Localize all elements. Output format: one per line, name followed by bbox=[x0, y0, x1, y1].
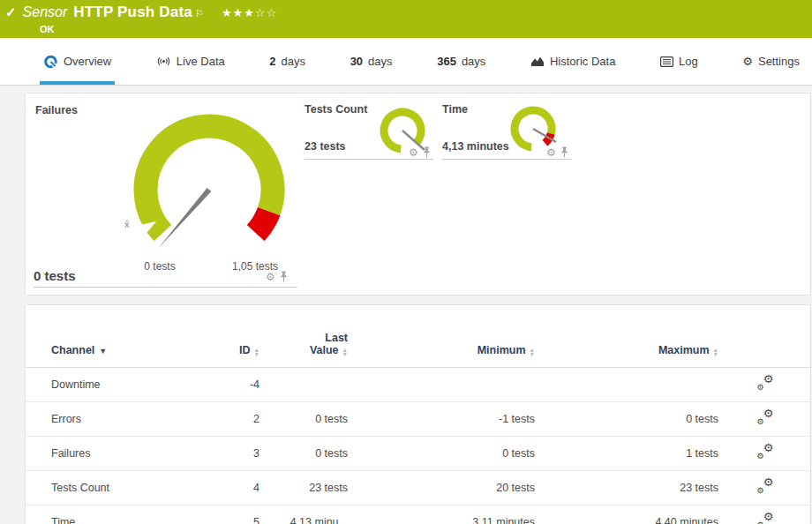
channel-settings-gear-icon[interactable]: ⚙ bbox=[409, 147, 418, 158]
channel-id: 3 bbox=[202, 437, 259, 471]
channel-maximum: 4,40 minutes bbox=[535, 505, 718, 524]
gauge-needle bbox=[158, 188, 211, 249]
area-chart-icon bbox=[530, 56, 545, 67]
tests-count-block-divider bbox=[304, 159, 433, 160]
column-header-actions bbox=[718, 305, 812, 368]
gauges-panel: Failures x̄ 0 tests 1,05 tests 0 tests ⚙… bbox=[25, 93, 811, 296]
channel-last-value: 0 tests bbox=[259, 437, 348, 471]
channel-table-panel: Channel▼ ID▲▼ Last Value▲▼ Minimum▲▼ Max… bbox=[25, 304, 811, 524]
column-header-channel[interactable]: Channel▼ bbox=[26, 305, 202, 368]
table-row-downtime: Downtime -4 ⚙⚙ bbox=[26, 368, 812, 402]
channel-maximum: 0 tests bbox=[535, 402, 718, 437]
channel-minimum: 20 tests bbox=[348, 471, 535, 505]
failures-block-actions: ⚙ bbox=[266, 271, 288, 282]
sort-icon: ▲▼ bbox=[254, 348, 259, 356]
table-row-failures: Failures 3 0 tests 0 tests 1 tests ⚙⚙ bbox=[26, 437, 812, 471]
sort-icon: ▲▼ bbox=[342, 348, 348, 356]
pin-icon[interactable] bbox=[423, 146, 431, 158]
tab-365-days[interactable]: 365 days bbox=[433, 38, 489, 85]
time-block-divider bbox=[442, 159, 571, 160]
sort-icon: ▲▼ bbox=[530, 348, 535, 356]
channel-settings-gear-icon[interactable]: ⚙ bbox=[546, 147, 556, 158]
time-gauge-title: Time bbox=[442, 103, 468, 116]
sort-icon: ▲▼ bbox=[713, 348, 718, 356]
channel-maximum bbox=[535, 368, 718, 402]
tab-historic-data[interactable]: Historic Data bbox=[527, 38, 619, 85]
pin-icon[interactable] bbox=[280, 271, 288, 282]
sensor-status-bar: ✓ Sensor HTTP Push Data ⚐ ★★★☆☆ OK bbox=[0, 0, 812, 38]
channel-last-value: 0 tests bbox=[259, 402, 348, 437]
failures-gauge bbox=[117, 104, 302, 263]
time-current-value: 4,13 minutes bbox=[442, 140, 509, 153]
channel-minimum: 0 tests bbox=[348, 437, 535, 471]
tests-count-gauge-title: Tests Count bbox=[304, 103, 367, 116]
channel-minimum bbox=[348, 368, 535, 402]
channel-last-value bbox=[259, 368, 348, 402]
channel-last-value: 23 tests bbox=[259, 471, 348, 505]
average-marker-label: x̄ bbox=[124, 219, 130, 229]
column-header-maximum[interactable]: Maximum▲▼ bbox=[535, 305, 718, 368]
channel-last-value: 4,13 minu... bbox=[259, 505, 348, 524]
tests-count-current-value: 23 tests bbox=[304, 140, 346, 153]
tests-count-block-actions: ⚙ bbox=[409, 146, 431, 158]
log-list-icon bbox=[660, 56, 673, 67]
channel-name: Failures bbox=[26, 437, 202, 471]
channel-table: Channel▼ ID▲▼ Last Value▲▼ Minimum▲▼ Max… bbox=[26, 305, 812, 524]
column-header-id[interactable]: ID▲▼ bbox=[202, 305, 259, 368]
failures-gauge-title: Failures bbox=[35, 104, 78, 116]
sort-desc-icon: ▼ bbox=[99, 347, 107, 356]
tab-live-data[interactable]: Live Data bbox=[153, 38, 229, 85]
column-header-last-value[interactable]: Last Value▲▼ bbox=[259, 305, 348, 368]
flag-icon[interactable]: ⚐ bbox=[195, 8, 204, 19]
channel-id: 5 bbox=[202, 505, 259, 524]
tab-settings[interactable]: ⚙ Settings bbox=[739, 38, 803, 85]
object-kind-label: Sensor bbox=[23, 4, 68, 20]
tab-bar: Overview Live Data 2 days 30 days 365 da… bbox=[0, 38, 812, 86]
channel-id: 2 bbox=[202, 402, 259, 437]
channel-settings-gears-icon[interactable]: ⚙⚙ bbox=[757, 479, 774, 493]
channel-name: Downtime bbox=[26, 368, 202, 402]
gauge-icon bbox=[43, 55, 58, 69]
time-block-actions: ⚙ bbox=[546, 146, 568, 158]
channel-settings-gears-icon[interactable]: ⚙⚙ bbox=[757, 445, 774, 459]
tab-log[interactable]: Log bbox=[657, 38, 702, 85]
channel-name: Errors bbox=[26, 402, 202, 437]
channel-settings-gear-icon[interactable]: ⚙ bbox=[266, 272, 275, 282]
status-badge: OK bbox=[40, 24, 55, 34]
priority-stars[interactable]: ★★★☆☆ bbox=[222, 6, 277, 19]
table-header-row: Channel▼ ID▲▼ Last Value▲▼ Minimum▲▼ Max… bbox=[26, 305, 812, 368]
status-check-icon: ✓ bbox=[5, 4, 17, 20]
channel-id: 4 bbox=[202, 471, 259, 505]
channel-id: -4 bbox=[202, 368, 259, 402]
tab-overview[interactable]: Overview bbox=[40, 38, 115, 85]
channel-name: Tests Count bbox=[26, 471, 202, 505]
broadcast-icon bbox=[156, 56, 171, 67]
column-header-minimum[interactable]: Minimum▲▼ bbox=[348, 305, 535, 368]
gear-icon: ⚙ bbox=[742, 56, 753, 67]
failures-current-value: 0 tests bbox=[34, 268, 76, 283]
tab-2-days[interactable]: 2 days bbox=[266, 38, 309, 85]
channel-settings-gears-icon[interactable]: ⚙⚙ bbox=[757, 376, 774, 390]
channel-settings-gears-icon[interactable]: ⚙⚙ bbox=[757, 410, 774, 424]
channel-name: Time bbox=[26, 505, 202, 524]
channel-maximum: 23 tests bbox=[535, 471, 718, 505]
tab-30-days[interactable]: 30 days bbox=[347, 38, 396, 85]
table-row-tests-count: Tests Count 4 23 tests 20 tests 23 tests… bbox=[26, 471, 812, 505]
channel-minimum: -1 tests bbox=[348, 402, 535, 437]
table-row-errors: Errors 2 0 tests -1 tests 0 tests ⚙⚙ bbox=[26, 402, 812, 437]
pin-icon[interactable] bbox=[560, 146, 568, 158]
failures-block-divider bbox=[34, 287, 297, 288]
channel-settings-gears-icon[interactable]: ⚙⚙ bbox=[757, 513, 774, 524]
channel-minimum: 3,11 minutes bbox=[348, 505, 535, 524]
failures-scale-min: 0 tests bbox=[132, 260, 188, 273]
channel-maximum: 1 tests bbox=[535, 437, 718, 471]
sensor-title: HTTP Push Data bbox=[73, 4, 192, 21]
table-row-time: Time 5 4,13 minu... 3,11 minutes 4,40 mi… bbox=[26, 505, 812, 524]
